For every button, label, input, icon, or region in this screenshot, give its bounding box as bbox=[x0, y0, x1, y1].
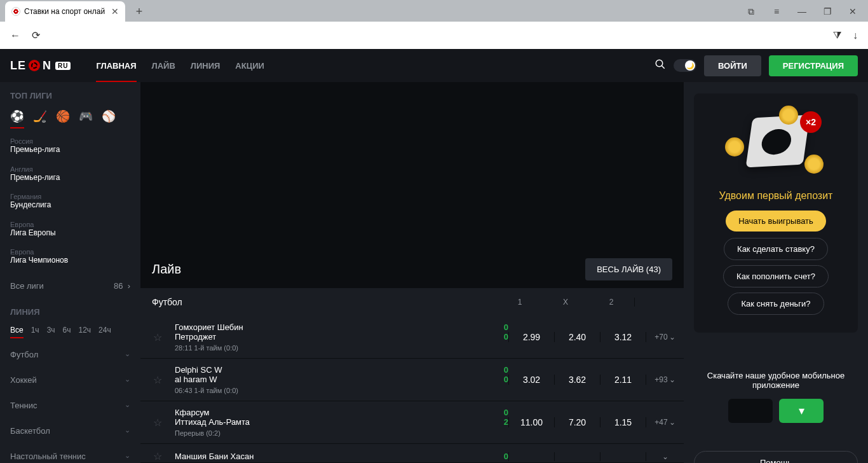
moon-icon: 🌙 bbox=[685, 60, 695, 71]
how-deposit-button[interactable]: Как пополнить счет? bbox=[723, 265, 829, 287]
filter-12h[interactable]: 12ч bbox=[79, 326, 92, 338]
match-row[interactable]: ☆ Гомхориет Шебин0 Петроджет0 28:11 1-й … bbox=[140, 316, 684, 359]
login-button[interactable]: ВОЙТИ bbox=[704, 55, 761, 76]
filter-24h[interactable]: 24ч bbox=[98, 326, 111, 338]
menu-icon[interactable]: ≡ bbox=[770, 6, 783, 17]
download-text: Скачайте наше удобное мобильное приложен… bbox=[694, 371, 858, 390]
nav-promo[interactable]: АКЦИИ bbox=[235, 50, 264, 82]
downloads-icon[interactable]: ↓ bbox=[853, 30, 858, 41]
more-markets[interactable]: +47 ⌄ bbox=[646, 417, 684, 427]
favorite-icon[interactable]: ☆ bbox=[148, 374, 167, 386]
extensions-icon[interactable]: ⧩ bbox=[833, 30, 841, 41]
tab-bar: Ставки на спорт онлай ✕ + ⧉ ≡ — ❐ ✕ bbox=[0, 0, 868, 22]
nav-line[interactable]: ЛИНИЯ bbox=[191, 50, 220, 82]
team-1: Кфарсум bbox=[175, 408, 210, 417]
odd-1[interactable] bbox=[508, 452, 554, 461]
register-button[interactable]: РЕГИСТРАЦИЯ bbox=[769, 55, 858, 76]
odd-1[interactable]: 11.00 bbox=[508, 417, 554, 427]
logo[interactable]: LENRU bbox=[10, 59, 71, 73]
chevron-down-icon: ⌄ bbox=[125, 401, 130, 410]
odds-headers: 1 X 2 bbox=[497, 298, 672, 307]
more-markets[interactable]: +93 ⌄ bbox=[646, 375, 684, 385]
favorite-icon[interactable]: ☆ bbox=[148, 417, 167, 429]
filter-1h[interactable]: 1ч bbox=[31, 326, 39, 338]
browser-tab[interactable]: Ставки на спорт онлай ✕ bbox=[5, 1, 125, 22]
odd-x[interactable]: 2.40 bbox=[554, 332, 600, 342]
odd-2[interactable]: 3.12 bbox=[600, 332, 646, 342]
match-row[interactable]: ☆ Кфарсум0 Иттихад Аль-Рамта2 Перерыв (0… bbox=[140, 401, 684, 444]
sidebar-league[interactable]: ЕвропаЛига Европы bbox=[10, 216, 130, 244]
match-teams: Delphi SC W0 al haram W0 06:43 1-й тайм … bbox=[167, 365, 508, 394]
sport-basketball[interactable]: Баскетбол⌄ bbox=[10, 418, 130, 444]
football-icon[interactable]: ⚽ bbox=[10, 109, 24, 123]
help-button[interactable]: Помощь bbox=[694, 451, 858, 463]
favorite-icon[interactable]: ☆ bbox=[148, 450, 167, 462]
match-row[interactable]: ☆ Маншия Бани Хасан0 ⌄ bbox=[140, 444, 684, 463]
hockey-icon[interactable]: 🏒 bbox=[33, 109, 47, 123]
search-icon[interactable] bbox=[654, 59, 666, 73]
how-bet-button[interactable]: Как сделать ставку? bbox=[724, 238, 828, 260]
coin-icon bbox=[725, 137, 744, 156]
reload-icon[interactable]: ⟳ bbox=[32, 29, 40, 41]
score-1: 0 bbox=[493, 365, 508, 375]
sport-icons: ⚽ 🏒 🏀 🎮 ⚾ bbox=[10, 109, 130, 128]
sidebar-league[interactable]: РоссияПремьер-лига bbox=[10, 132, 130, 160]
apple-store-button[interactable] bbox=[728, 399, 773, 423]
sidebar-league[interactable]: АнглияПремьер-лига bbox=[10, 160, 130, 188]
start-winning-button[interactable]: Начать выигрывать bbox=[726, 211, 826, 232]
sport-hockey[interactable]: Хоккей⌄ bbox=[10, 368, 130, 393]
basketball-icon[interactable]: 🏀 bbox=[56, 109, 70, 123]
filter-6h[interactable]: 6ч bbox=[63, 326, 71, 338]
more-markets[interactable]: +70 ⌄ bbox=[646, 332, 684, 342]
odds-group: ⌄ bbox=[508, 452, 684, 461]
promo-card: ×2 Удвоим первый депозит Начать выигрыва… bbox=[694, 93, 858, 333]
sport-tennis[interactable]: Теннис⌄ bbox=[10, 393, 130, 418]
odd-1[interactable]: 2.99 bbox=[508, 332, 554, 342]
sport-tabletennis[interactable]: Настольный теннис⌄ bbox=[10, 444, 130, 463]
live-title: Лайв bbox=[152, 262, 181, 277]
more-markets[interactable]: ⌄ bbox=[646, 452, 684, 461]
all-live-button[interactable]: ВЕСЬ ЛАЙВ (43) bbox=[585, 258, 672, 280]
favorite-icon[interactable]: ☆ bbox=[148, 331, 167, 343]
nav-live[interactable]: ЛАЙВ bbox=[152, 50, 175, 82]
all-leagues-link[interactable]: Все лиги 86 › bbox=[10, 275, 130, 297]
odd-2[interactable] bbox=[600, 452, 646, 461]
how-withdraw-button[interactable]: Как снять деньги? bbox=[728, 293, 824, 315]
odd-2[interactable]: 1.15 bbox=[600, 417, 646, 427]
chevron-down-icon: ⌄ bbox=[125, 375, 130, 385]
odd-1[interactable]: 3.02 bbox=[508, 375, 554, 385]
chevron-down-icon: ⌄ bbox=[669, 418, 675, 427]
nav-home[interactable]: ГЛАВНАЯ bbox=[96, 50, 136, 82]
sidebar-league[interactable]: ГерманияБундеслига bbox=[10, 188, 130, 216]
main-nav: ГЛАВНАЯ ЛАЙВ ЛИНИЯ АКЦИИ bbox=[96, 50, 264, 82]
address-bar: ← ⟳ ⧩ ↓ bbox=[0, 22, 868, 49]
filter-3h[interactable]: 3ч bbox=[47, 326, 55, 338]
match-row[interactable]: ☆ Delphi SC W0 al haram W0 06:43 1-й тай… bbox=[140, 359, 684, 401]
add-tab-button[interactable]: + bbox=[130, 3, 148, 20]
theme-toggle[interactable]: 🌙 bbox=[674, 59, 696, 72]
team-1: Маншия Бани Хасан bbox=[175, 452, 254, 461]
svg-point-0 bbox=[656, 60, 663, 67]
filter-all[interactable]: Все bbox=[10, 326, 24, 338]
team-1: Гомхориет Шебин bbox=[175, 322, 243, 332]
close-window-icon[interactable]: ✕ bbox=[846, 6, 859, 17]
maximize-icon[interactable]: ❐ bbox=[821, 6, 834, 17]
sport-football[interactable]: Футбол⌄ bbox=[10, 342, 130, 368]
match-list: ☆ Гомхориет Шебин0 Петроджет0 28:11 1-й … bbox=[140, 316, 684, 463]
score-1: 0 bbox=[493, 322, 508, 332]
android-store-button[interactable]: ▾ bbox=[779, 399, 824, 423]
sidebar-toggle-icon[interactable]: ⧉ bbox=[745, 6, 757, 17]
back-icon[interactable]: ← bbox=[10, 30, 20, 41]
odd-x[interactable] bbox=[554, 452, 600, 461]
odd-x[interactable]: 7.20 bbox=[554, 417, 600, 427]
sidebar-league[interactable]: ЕвропаЛига Чемпионов bbox=[10, 243, 130, 271]
browser-chrome: Ставки на спорт онлай ✕ + ⧉ ≡ — ❐ ✕ ← ⟳ … bbox=[0, 0, 868, 49]
odd-2[interactable]: 2.11 bbox=[600, 375, 646, 385]
logo-ball-icon bbox=[29, 60, 40, 71]
handball-icon[interactable]: ⚾ bbox=[102, 109, 116, 123]
close-tab-icon[interactable]: ✕ bbox=[111, 6, 119, 17]
tab-title: Ставки на спорт онлай bbox=[24, 7, 105, 16]
esports-icon[interactable]: 🎮 bbox=[79, 109, 93, 123]
odd-x[interactable]: 3.62 bbox=[554, 375, 600, 385]
minimize-icon[interactable]: — bbox=[796, 6, 808, 17]
